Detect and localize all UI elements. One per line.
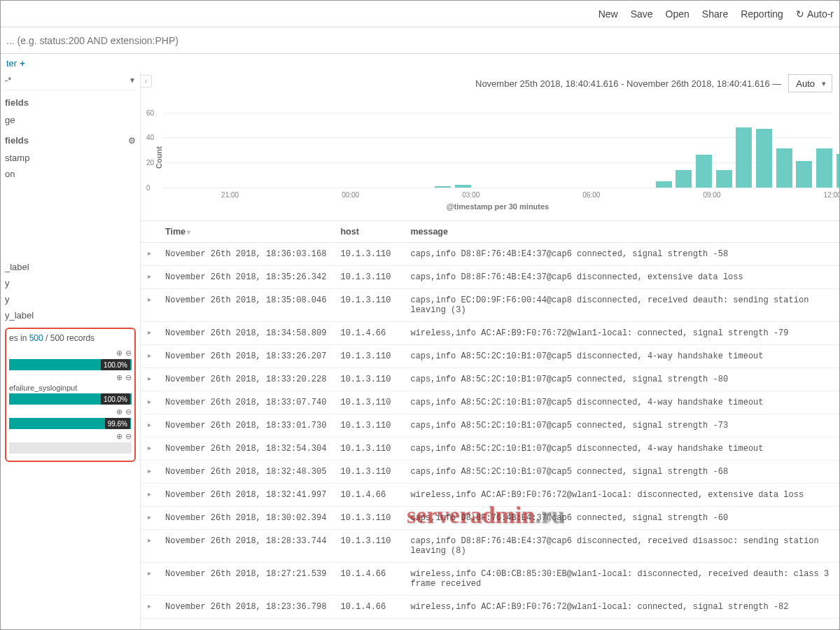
field-item[interactable]: stamp xyxy=(5,150,136,166)
expand-row-icon[interactable]: ▸ xyxy=(141,243,158,266)
cell-message: caps,info D8:8F:76:4B:E4:37@cap6 connect… xyxy=(403,243,839,266)
chart-bar[interactable] xyxy=(756,129,772,188)
facet-row[interactable]: ⊕⊖efailure_sysloginput100.0% xyxy=(9,373,132,405)
cell-message: caps,info A8:5C:2C:10:B1:07@cap5 disconn… xyxy=(403,391,839,414)
table-row[interactable]: ▸November 26th 2018, 18:30:02.39410.1.3.… xyxy=(141,507,839,530)
zoom-in-icon[interactable]: ⊕ xyxy=(116,432,122,441)
table-row[interactable]: ▸November 26th 2018, 18:35:26.34210.1.3.… xyxy=(141,266,839,289)
table-row[interactable]: ▸November 26th 2018, 18:33:07.74010.1.3.… xyxy=(141,391,839,414)
field-item[interactable]: _label xyxy=(5,259,136,275)
cell-message: caps,info A8:5C:2C:10:B1:07@cap5 connect… xyxy=(403,368,839,391)
table-row[interactable]: ▸November 26th 2018, 18:32:48.30510.1.3.… xyxy=(141,461,839,484)
chart-bar[interactable] xyxy=(716,170,732,188)
table-row[interactable]: ▸November 26th 2018, 18:36:03.16810.1.3.… xyxy=(141,243,839,266)
table-row[interactable]: ▸November 26th 2018, 18:28:33.74410.1.3.… xyxy=(141,530,839,563)
table-row[interactable]: ▸November 26th 2018, 18:23:36.79810.1.4.… xyxy=(141,596,839,619)
auto-refresh-button[interactable]: ↻ Auto-r xyxy=(796,8,834,20)
cell-host: 10.1.3.110 xyxy=(333,530,403,563)
table-row[interactable]: ▸November 26th 2018, 18:35:08.04610.1.3.… xyxy=(141,289,839,322)
add-filter-button[interactable]: + xyxy=(20,58,25,69)
expand-row-icon[interactable]: ▸ xyxy=(141,322,158,345)
nav-reporting[interactable]: Reporting xyxy=(741,8,783,20)
table-row[interactable]: ▸November 26th 2018, 18:33:20.22810.1.3.… xyxy=(141,368,839,391)
facet-row[interactable]: ⊕⊖99.6% xyxy=(9,407,132,429)
col-message[interactable]: message xyxy=(403,221,839,243)
cell-message: caps,info D8:8F:76:4B:E4:37@cap6 disconn… xyxy=(403,266,839,289)
zoom-in-icon[interactable]: ⊕ xyxy=(116,407,122,416)
facet-row[interactable]: ⊕⊖100.0% xyxy=(9,349,132,370)
field-item[interactable]: y xyxy=(5,275,136,291)
facet-bar: 100.0% xyxy=(9,393,132,405)
chart-bar[interactable] xyxy=(736,127,752,188)
expand-row-icon[interactable]: ▸ xyxy=(141,289,158,322)
chart-bar[interactable] xyxy=(435,186,451,188)
collapse-sidebar-button[interactable]: ‹ xyxy=(141,75,152,88)
results-table[interactable]: Time▾ host message ▸November 26th 2018, … xyxy=(141,220,839,630)
nav-save[interactable]: Save xyxy=(631,8,653,20)
chart-bar[interactable] xyxy=(696,155,712,188)
expand-row-icon[interactable]: ▸ xyxy=(141,414,158,438)
chart-bar[interactable] xyxy=(776,148,792,188)
cell-message: wireless,info AC:AF:B9:F0:76:72@wlan1-lo… xyxy=(403,484,839,507)
chart-xlabel: @timestamp per 30 minutes xyxy=(163,202,832,211)
expand-row-icon[interactable]: ▸ xyxy=(141,530,158,563)
nav-open[interactable]: Open xyxy=(666,8,690,20)
chart-bar[interactable] xyxy=(836,154,839,188)
col-host[interactable]: host xyxy=(333,221,403,243)
cell-time: November 26th 2018, 18:35:08.046 xyxy=(158,289,333,322)
table-row[interactable]: ▸November 26th 2018, 18:33:01.73010.1.3.… xyxy=(141,414,839,438)
chart-bar[interactable] xyxy=(676,170,692,188)
col-time[interactable]: Time▾ xyxy=(158,221,333,243)
ytick: 20 xyxy=(146,159,154,167)
chart-bar[interactable] xyxy=(455,185,471,188)
expand-row-icon[interactable]: ▸ xyxy=(141,596,158,619)
zoom-out-icon[interactable]: ⊖ xyxy=(125,349,132,358)
cell-time: November 26th 2018, 18:33:01.730 xyxy=(158,414,333,438)
expand-row-icon[interactable]: ▸ xyxy=(141,461,158,484)
table-row[interactable]: ▸November 26th 2018, 18:32:41.99710.1.4.… xyxy=(141,484,839,507)
gear-icon[interactable]: ⚙ xyxy=(128,136,136,146)
field-item[interactable]: ge xyxy=(5,112,136,128)
facet-row[interactable]: ⊕⊖ xyxy=(9,432,132,454)
cell-host: 10.1.3.110 xyxy=(333,461,403,484)
zoom-in-icon[interactable]: ⊕ xyxy=(116,349,122,358)
expand-row-icon[interactable]: ▸ xyxy=(141,345,158,368)
chart-bar[interactable] xyxy=(816,148,832,188)
expand-row-icon[interactable]: ▸ xyxy=(141,368,158,391)
expand-row-icon[interactable]: ▸ xyxy=(141,507,158,530)
expand-row-icon[interactable]: ▸ xyxy=(141,484,158,507)
zoom-out-icon[interactable]: ⊖ xyxy=(125,407,132,416)
search-input[interactable] xyxy=(6,35,834,46)
ytick: 0 xyxy=(146,184,150,192)
expand-row-icon[interactable]: ▸ xyxy=(141,391,158,414)
expand-row-icon[interactable]: ▸ xyxy=(141,563,158,596)
zoom-out-icon[interactable]: ⊖ xyxy=(125,373,132,382)
facet-bar: 99.6% xyxy=(9,418,132,429)
zoom-out-icon[interactable]: ⊖ xyxy=(125,432,132,441)
index-pattern-select[interactable]: -* xyxy=(5,75,11,85)
chart-ylabel: Count xyxy=(155,146,163,169)
nav-share[interactable]: Share xyxy=(702,8,728,20)
table-row[interactable]: ▸November 26th 2018, 18:27:21.53910.1.4.… xyxy=(141,563,839,596)
cell-host: 10.1.3.110 xyxy=(333,243,403,266)
field-item[interactable]: y_label xyxy=(5,307,136,323)
table-row[interactable]: ▸November 26th 2018, 18:32:54.30410.1.3.… xyxy=(141,438,839,461)
sort-desc-icon: ▾ xyxy=(187,228,190,236)
table-row[interactable]: ▸November 26th 2018, 18:34:58.80910.1.4.… xyxy=(141,322,839,345)
zoom-in-icon[interactable]: ⊕ xyxy=(116,373,122,382)
chart-bar[interactable] xyxy=(656,181,672,188)
cell-message: wireless,info C4:0B:CB:85:30:EB@wlan1-lo… xyxy=(403,563,839,596)
xtick: 12:00 xyxy=(823,191,839,199)
chart-bar[interactable] xyxy=(796,161,812,188)
expand-row-icon[interactable]: ▸ xyxy=(141,438,158,461)
field-item[interactable]: y xyxy=(5,291,136,307)
filter-bar: ter + xyxy=(1,54,839,72)
expand-row-icon[interactable]: ▸ xyxy=(141,266,158,289)
cell-host: 10.1.3.110 xyxy=(333,507,403,530)
field-item[interactable]: on xyxy=(5,166,136,182)
nav-new[interactable]: New xyxy=(598,8,618,20)
interval-select[interactable]: Auto xyxy=(788,74,832,92)
table-row[interactable]: ▸November 26th 2018, 18:33:26.20710.1.3.… xyxy=(141,345,839,368)
facet-pct: 100.0% xyxy=(101,393,130,405)
histogram[interactable]: Count 0204060 21:0000:0003:0006:0009:001… xyxy=(141,94,839,220)
